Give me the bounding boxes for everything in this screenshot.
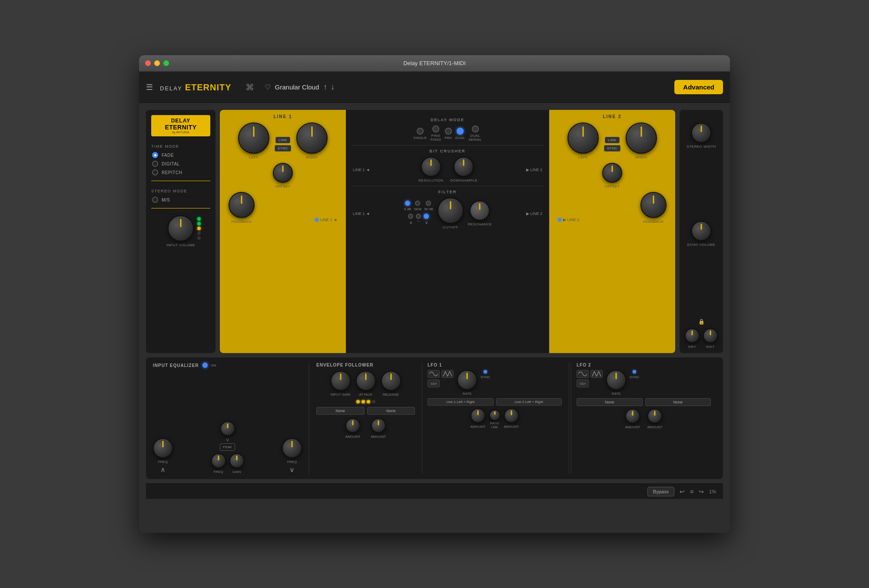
advanced-button[interactable]: Advanced bbox=[674, 80, 723, 94]
plugin-logo: DELAY ETERNITY bbox=[160, 83, 232, 92]
line1-left-group: LEFT bbox=[238, 122, 269, 159]
lfo1-sine-shape[interactable] bbox=[428, 370, 440, 378]
eq-q-knob[interactable] bbox=[220, 421, 235, 436]
lfo1-amount2-knob[interactable] bbox=[504, 408, 519, 423]
lfo1-rate-knob[interactable] bbox=[457, 370, 477, 390]
filter-lp-dot[interactable] bbox=[408, 214, 413, 219]
mode-pan[interactable]: PAN bbox=[444, 128, 452, 140]
env-attack-knob[interactable] bbox=[356, 371, 376, 391]
prev-preset-button[interactable]: ↑ bbox=[323, 83, 327, 92]
favorite-icon[interactable]: ♡ bbox=[265, 83, 271, 91]
badge-eternity: ETERNITY bbox=[155, 124, 207, 131]
env-release-group: RELEASE bbox=[381, 371, 401, 396]
env-amount2-label: AMOUNT bbox=[371, 435, 386, 439]
time-mode-group: FADE DIGITAL REPITCH bbox=[151, 152, 210, 175]
maximize-button[interactable] bbox=[163, 60, 169, 66]
mode-ping-pong[interactable]: PINGPONG bbox=[430, 126, 441, 142]
lfo1-ratio-knob[interactable] bbox=[489, 410, 501, 421]
time-mode-digital[interactable]: DIGITAL bbox=[152, 161, 210, 167]
lfo1-sah-btn[interactable]: S&H bbox=[428, 380, 440, 387]
lfo2-amount2-knob[interactable] bbox=[647, 409, 662, 423]
resolution-knob[interactable] bbox=[421, 157, 441, 177]
env-input-gain-knob[interactable] bbox=[331, 371, 351, 391]
wet-knob[interactable] bbox=[703, 328, 718, 343]
line1-feedback-group: FEEDBACK bbox=[229, 192, 255, 224]
lfo2-selectors: None None bbox=[577, 398, 711, 406]
time-mode-repitch-dot bbox=[152, 169, 158, 175]
lfo1-dest1[interactable]: Line 1 Left + Right bbox=[428, 398, 494, 406]
filter-line1: LINE 1 ◄ bbox=[353, 211, 370, 216]
lfo1-triangle-shape[interactable] bbox=[441, 370, 454, 378]
line1-feedback-knob[interactable] bbox=[229, 192, 255, 218]
eq-on-indicator[interactable] bbox=[202, 363, 208, 368]
filter-sem-dot[interactable] bbox=[415, 201, 420, 206]
line1-right-knob[interactable] bbox=[296, 122, 328, 154]
time-mode-fade[interactable]: FADE bbox=[152, 152, 210, 158]
filter-36db-dot[interactable] bbox=[426, 201, 431, 206]
bit-crusher-section: BIT CRUSHER LINE 1 ◄ RESOLUTION bbox=[351, 145, 544, 186]
lfo2-triangle-shape[interactable] bbox=[590, 370, 603, 378]
zoom-level: 1% bbox=[709, 489, 716, 494]
filter-hp-dot[interactable] bbox=[424, 214, 429, 219]
env-dest1[interactable]: None bbox=[316, 407, 365, 415]
lfo2-sine-shape[interactable] bbox=[577, 370, 589, 378]
line2-feedback-knob[interactable] bbox=[640, 192, 667, 218]
filter-bp-dot[interactable] bbox=[416, 214, 421, 219]
lfo2-sah-btn[interactable]: S&H bbox=[577, 380, 589, 387]
lfo1-ratio-group: RATIO LINK bbox=[489, 410, 501, 429]
menu-icon-bottom[interactable]: ≡ bbox=[690, 488, 693, 495]
mode-dual[interactable]: DUAL bbox=[455, 128, 465, 140]
lfo2-sync-led[interactable] bbox=[633, 370, 636, 373]
filter-6db-dot[interactable] bbox=[405, 201, 410, 206]
line2-sync-btn[interactable]: SYNC bbox=[604, 145, 620, 152]
minimize-button[interactable] bbox=[154, 60, 160, 66]
line2-offset-knob[interactable] bbox=[602, 163, 622, 183]
line1-right-label: RIGHT bbox=[306, 155, 318, 159]
env-attack-group: ATTACK bbox=[356, 371, 376, 396]
eq-peak-freq-label: FREQ bbox=[213, 470, 223, 474]
redo-icon[interactable]: ↪ bbox=[699, 488, 704, 495]
eq-freq-knob[interactable] bbox=[153, 438, 173, 458]
lfo2-dest2[interactable]: None bbox=[645, 398, 711, 406]
input-volume-knob[interactable] bbox=[168, 215, 194, 241]
lfo1-sync-led[interactable] bbox=[484, 370, 487, 373]
stereo-width-knob[interactable] bbox=[691, 123, 711, 143]
env-amount1-knob[interactable] bbox=[345, 418, 360, 433]
env-release-knob[interactable] bbox=[381, 371, 401, 391]
line2-right-knob[interactable] bbox=[626, 122, 657, 154]
lfo1-sync-label: SYNC bbox=[481, 375, 490, 379]
env-dest2[interactable]: None bbox=[367, 407, 415, 415]
undo-icon[interactable]: ↩ bbox=[680, 488, 685, 495]
mode-dual-serial[interactable]: DUALSERIAL bbox=[468, 126, 481, 142]
line1-left-knob[interactable] bbox=[238, 122, 269, 154]
eq-peak-freq-knob[interactable] bbox=[211, 453, 226, 468]
bypass-button[interactable]: Bypass bbox=[647, 487, 674, 496]
lfo2-rate-knob[interactable] bbox=[606, 370, 626, 390]
menu-icon[interactable]: ☰ bbox=[146, 83, 153, 92]
line1-sync-btn[interactable]: SYNC bbox=[275, 145, 291, 152]
lfo1-dest2[interactable]: Line 2 Left + Right bbox=[496, 398, 562, 406]
line1-offset-knob[interactable] bbox=[273, 163, 293, 183]
library-icon[interactable]: ⌘ bbox=[245, 82, 254, 92]
downsample-knob[interactable] bbox=[454, 157, 474, 177]
line2-left-knob[interactable] bbox=[567, 122, 599, 154]
line1-link-btn[interactable]: LINK bbox=[275, 137, 290, 143]
lfo2-amount1-knob[interactable] bbox=[625, 409, 640, 423]
stereo-mode-ms[interactable]: M/S bbox=[152, 197, 210, 203]
next-preset-button[interactable]: ↓ bbox=[331, 83, 335, 92]
resonance-knob[interactable] bbox=[470, 201, 490, 221]
env-amount2-knob[interactable] bbox=[371, 418, 386, 433]
lfo1-amount1-knob[interactable] bbox=[471, 408, 485, 423]
line2-link-btn[interactable]: LINK bbox=[605, 137, 620, 143]
mode-single[interactable]: SINGLE bbox=[413, 128, 427, 140]
close-button[interactable] bbox=[145, 60, 151, 66]
lfo2-sync-group: SYNC bbox=[630, 370, 639, 379]
echo-volume-knob[interactable] bbox=[691, 221, 711, 241]
dry-knob[interactable] bbox=[685, 328, 700, 343]
lfo1-title: LFO 1 bbox=[428, 363, 562, 367]
lfo2-dest1[interactable]: None bbox=[577, 398, 643, 406]
eq-gain-knob[interactable] bbox=[229, 453, 244, 468]
time-mode-repitch[interactable]: REPITCH bbox=[152, 169, 210, 175]
eq-freq-right-knob[interactable] bbox=[282, 438, 302, 458]
cutoff-knob[interactable] bbox=[438, 198, 464, 224]
